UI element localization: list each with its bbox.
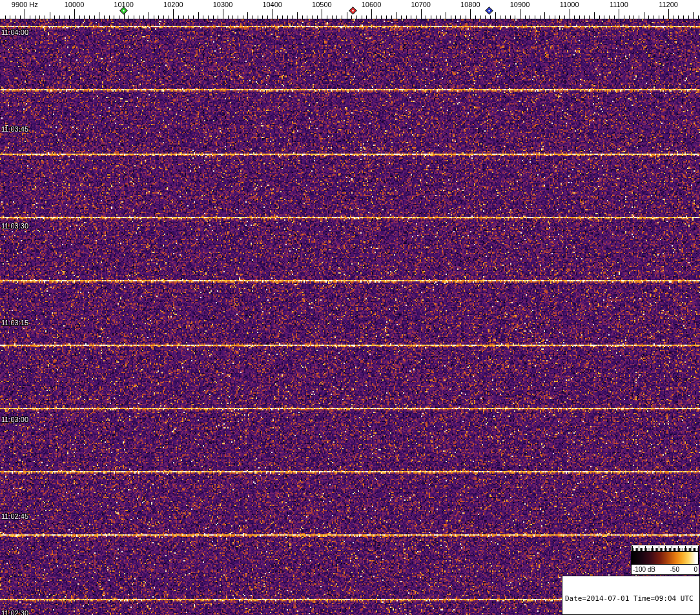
time-label: 11:03:45: [1, 125, 28, 134]
frequency-label: 10000: [65, 1, 85, 8]
legend-gradient-bar: [632, 551, 699, 565]
frequency-label: 11200: [659, 1, 678, 8]
status-info-box: Date=2014-07-01 Time=09:04 UTC Freq=143 …: [562, 576, 700, 615]
legend-max-label: 0: [694, 566, 697, 573]
frequency-label: 10300: [213, 1, 233, 8]
frequency-label: 10900: [510, 1, 530, 8]
time-label: 11:02:30: [1, 609, 28, 615]
frequency-label: 11000: [560, 1, 579, 8]
amplitude-color-scale: -100 dB -50 0: [631, 545, 699, 575]
time-label: 11:03:30: [1, 222, 28, 230]
time-label: 11:02:45: [1, 512, 28, 521]
spectrogram-window: 9900 Hz100001010010200103001040010500106…: [0, 0, 700, 615]
time-label: 11:03:00: [1, 416, 28, 424]
frequency-label: 10600: [362, 1, 382, 8]
legend-min-label: -100 dB: [633, 566, 655, 573]
frequency-label: 10500: [312, 1, 332, 8]
frequency-label: 9900 Hz: [12, 1, 38, 8]
legend-ruler-ticks: [632, 545, 699, 551]
waterfall-display[interactable]: 11:04:0011:03:4511:03:3011:03:1511:03:00…: [0, 19, 700, 615]
frequency-label: 10400: [262, 1, 282, 8]
time-label: 11:03:15: [1, 319, 28, 327]
spectrogram-canvas[interactable]: [0, 19, 700, 615]
frequency-label: 10800: [460, 1, 480, 8]
frequency-label: 10700: [411, 1, 431, 8]
legend-mid-label: -50: [670, 566, 679, 573]
legend-labels: -100 dB -50 0: [632, 565, 699, 574]
frequency-label: 11100: [610, 1, 628, 8]
time-label: 11:04:00: [1, 28, 28, 37]
frequency-label: 10200: [163, 1, 183, 8]
frequency-ruler[interactable]: 9900 Hz100001010010200103001040010500106…: [0, 0, 700, 19]
info-date-time: Date=2014-07-01 Time=09:04 UTC: [565, 594, 697, 603]
